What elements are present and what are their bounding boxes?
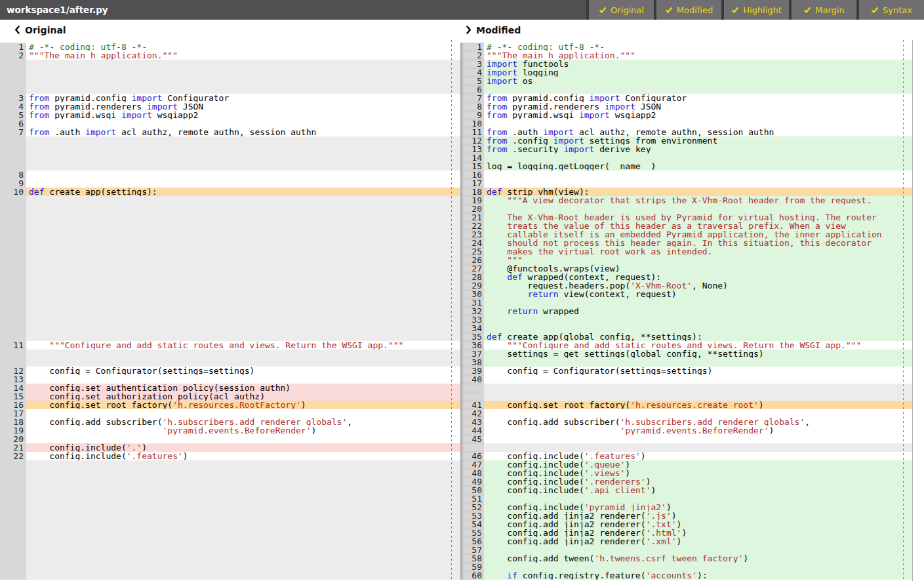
code-line[interactable]: 1# -*- coding: utf-8 -*-: [460, 43, 912, 51]
code-line[interactable]: 12from .config import settings_from_envi…: [460, 136, 912, 145]
pane-modified[interactable]: 1# -*- coding: utf-8 -*-2"""The main h a…: [460, 40, 912, 581]
code-line[interactable]: 19 'pyramid.events.BeforeRender'): [0, 426, 460, 435]
code-line[interactable]: 38: [460, 358, 912, 367]
code-line[interactable]: 44 'pyramid.events.BeforeRender'): [460, 426, 912, 435]
toggle-syntax-button[interactable]: Syntax: [859, 0, 924, 20]
gap-row[interactable]: [0, 460, 460, 469]
code-line[interactable]: 57: [460, 546, 912, 554]
code-line[interactable]: 47 config.include('.queue'): [460, 460, 912, 469]
code-line[interactable]: 55 config.add_jinja2_renderer('.html'): [460, 529, 912, 537]
gap-row[interactable]: [0, 222, 460, 230]
code-line[interactable]: 6: [460, 85, 912, 94]
gap-row[interactable]: [0, 529, 460, 537]
code-line[interactable]: 42: [460, 409, 912, 418]
code-line[interactable]: 1# -*- coding: utf-8 -*-: [0, 43, 460, 51]
toggle-highlight-button[interactable]: Highlight: [724, 0, 789, 20]
code-line[interactable]: 9from pyramid.wsgi import wsgiapp2: [460, 111, 912, 119]
gap-row[interactable]: [0, 85, 460, 94]
code-line[interactable]: 26 """: [460, 256, 912, 264]
gap-row[interactable]: [0, 162, 460, 170]
gap-row[interactable]: [0, 554, 460, 563]
gap-row[interactable]: [0, 520, 460, 529]
code-line[interactable]: 36 """Configure and add static routes an…: [460, 341, 912, 350]
gap-row[interactable]: [460, 384, 912, 392]
code-line[interactable]: 43 config.add_subscriber('h.subscribers.…: [460, 418, 912, 426]
code-line[interactable]: 8: [0, 170, 460, 179]
gap-row[interactable]: [460, 443, 912, 452]
code-line[interactable]: 18 config.add_subscriber('h.subscribers.…: [0, 418, 460, 426]
code-line[interactable]: 17: [460, 179, 912, 188]
gap-row[interactable]: [0, 60, 460, 68]
code-line[interactable]: 46 config.include('.features'): [460, 452, 912, 460]
code-line[interactable]: 35def create_app(global_config, **settin…: [460, 332, 912, 341]
gap-row[interactable]: [0, 145, 460, 153]
gap-row[interactable]: [0, 563, 460, 571]
gap-row[interactable]: [0, 196, 460, 205]
code-line[interactable]: 40: [460, 375, 912, 384]
code-line[interactable]: 58 config.add_tween('h.tweens.csrf_tween…: [460, 554, 912, 563]
code-line[interactable]: 3import functools: [460, 60, 912, 68]
code-line[interactable]: 20: [0, 435, 460, 443]
code-line[interactable]: 49 config.include('.renderers'): [460, 477, 912, 486]
code-line[interactable]: 31: [460, 298, 912, 307]
gap-row[interactable]: [0, 273, 460, 281]
code-line[interactable]: 14: [460, 153, 912, 162]
code-line[interactable]: 52 config.include('pyramid_jinja2'): [460, 503, 912, 511]
code-line[interactable]: 16 config.set_root_factory('h.resources.…: [0, 401, 460, 409]
code-line[interactable]: 29 request.headers.pop('X-Vhm-Root', Non…: [460, 281, 912, 290]
gap-row[interactable]: [0, 256, 460, 264]
gap-row[interactable]: [0, 315, 460, 324]
code-line[interactable]: 10def create_app(settings):: [0, 188, 460, 196]
code-line[interactable]: 53 config.add_jinja2_renderer('.js'): [460, 511, 912, 520]
code-line[interactable]: 33: [460, 315, 912, 324]
code-line[interactable]: 9: [0, 179, 460, 188]
toggle-original-button[interactable]: Original: [589, 0, 654, 20]
gap-row[interactable]: [0, 537, 460, 546]
code-line[interactable]: 5from pyramid.wsgi import wsgiapp2: [0, 111, 460, 119]
gap-row[interactable]: [0, 469, 460, 477]
gap-row[interactable]: [0, 281, 460, 290]
code-line[interactable]: 28 def wrapped(context, request):: [460, 273, 912, 281]
gap-row[interactable]: [0, 486, 460, 494]
code-line[interactable]: 15 config.set_authorization_policy(acl_a…: [0, 392, 460, 401]
code-line[interactable]: 11from .auth import acl_authz, remote_au…: [460, 128, 912, 136]
code-line[interactable]: 50 config.include('.api_client'): [460, 486, 912, 494]
gap-row[interactable]: [0, 136, 460, 145]
gap-row[interactable]: [0, 324, 460, 332]
code-line[interactable]: 22 treats the value of this header as a …: [460, 222, 912, 230]
code-line[interactable]: 23 callable itself is an embedded Pyrami…: [460, 230, 912, 239]
gap-row[interactable]: [0, 68, 460, 77]
code-line[interactable]: 18def strip_vhm(view):: [460, 188, 912, 196]
code-line[interactable]: 56 config.add_jinja2_renderer('.xml'): [460, 537, 912, 546]
code-line[interactable]: 7from .auth import acl_authz, remote_aut…: [0, 128, 460, 136]
code-line[interactable]: 19 """A view decorator that strips the X…: [460, 196, 912, 205]
code-line[interactable]: 8from pyramid.renderers import JSON: [460, 102, 912, 111]
gap-row[interactable]: [0, 230, 460, 239]
gap-row[interactable]: [0, 77, 460, 85]
gap-row[interactable]: [0, 298, 460, 307]
code-line[interactable]: 15log = logging.getLogger(__name__): [460, 162, 912, 170]
code-line[interactable]: 30 return view(context, request): [460, 290, 912, 298]
gap-row[interactable]: [0, 511, 460, 520]
code-line[interactable]: 22 config.include('.features'): [0, 452, 460, 460]
gap-row[interactable]: [0, 205, 460, 213]
code-line[interactable]: 3from pyramid.config import Configurator: [0, 94, 460, 102]
code-line[interactable]: 27 @functools.wraps(view): [460, 264, 912, 273]
code-line[interactable]: 14 config.set_authentication_policy(sess…: [0, 384, 460, 392]
code-line[interactable]: 13from .security import derive_key: [460, 145, 912, 153]
gap-row[interactable]: [0, 213, 460, 222]
code-line[interactable]: 37 settings = get_settings(global_config…: [460, 350, 912, 358]
code-line[interactable]: 51: [460, 494, 912, 503]
code-line[interactable]: 32 return wrapped: [460, 307, 912, 315]
code-line[interactable]: 21 config.include('.'): [0, 443, 460, 452]
gap-row[interactable]: [0, 358, 460, 367]
code-line[interactable]: 21 The X-Vhm-Root header is used by Pyra…: [460, 213, 912, 222]
code-line[interactable]: 25 makes the virtual root work as intend…: [460, 247, 912, 256]
code-line[interactable]: 54 config.add_jinja2_renderer('.txt'): [460, 520, 912, 529]
gap-row[interactable]: [0, 477, 460, 486]
toggle-modified-button[interactable]: Modified: [656, 0, 721, 20]
code-line[interactable]: 13: [0, 375, 460, 384]
code-line[interactable]: 24 should not process this header again.…: [460, 239, 912, 247]
code-line[interactable]: 48 config.include('.views'): [460, 469, 912, 477]
gap-row[interactable]: [0, 239, 460, 247]
